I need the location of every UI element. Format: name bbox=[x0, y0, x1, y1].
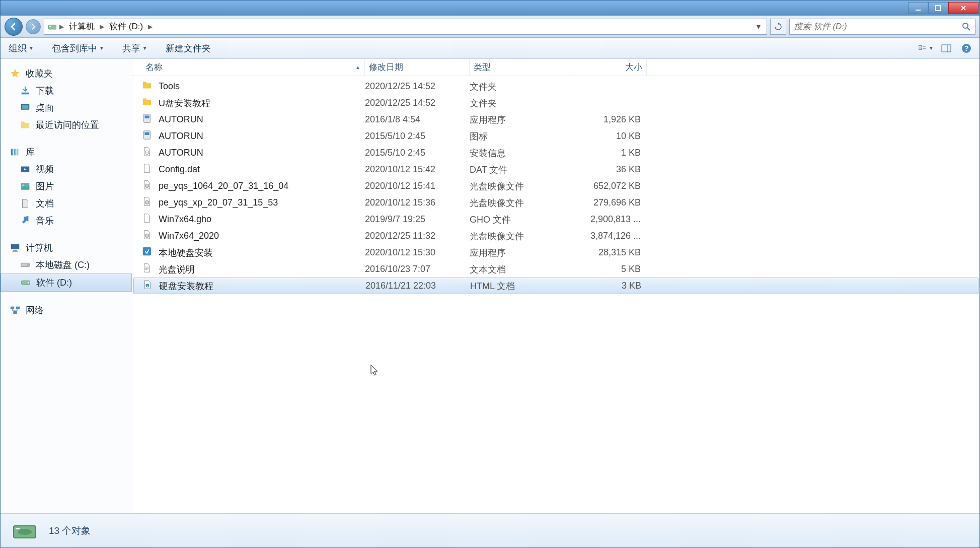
column-headers: 名称▲ 修改日期 类型 大小 bbox=[132, 59, 979, 76]
sidebar-recent[interactable]: 最近访问的位置 bbox=[1, 116, 132, 133]
svg-rect-52 bbox=[16, 528, 20, 529]
sidebar-label: 库 bbox=[26, 146, 35, 158]
share-button[interactable]: 共享▼ bbox=[119, 40, 150, 56]
file-name: pe_yqs_1064_20_07_31_16_04 bbox=[159, 181, 288, 191]
sidebar-label: 音乐 bbox=[36, 215, 54, 227]
file-icon bbox=[141, 179, 153, 193]
file-row[interactable]: 光盘说明2016/10/23 7:07文本文档5 KB bbox=[132, 261, 979, 278]
column-type[interactable]: 类型 bbox=[470, 59, 574, 76]
new-folder-button[interactable]: 新建文件夹 bbox=[163, 40, 214, 56]
breadcrumb-computer[interactable]: 计算机 bbox=[66, 20, 98, 33]
maximize-button[interactable] bbox=[928, 2, 948, 14]
file-date: 2016/10/23 7:07 bbox=[365, 264, 470, 275]
file-icon: e bbox=[142, 279, 153, 293]
sidebar-favorites[interactable]: 收藏夹 bbox=[1, 65, 132, 82]
file-row[interactable]: pe_yqs_1064_20_07_31_16_042020/10/12 15:… bbox=[132, 178, 979, 194]
svg-rect-30 bbox=[11, 307, 14, 310]
file-date: 2020/12/25 11:32 bbox=[365, 231, 470, 241]
svg-rect-16 bbox=[22, 105, 29, 109]
file-row[interactable]: Win7x64.gho2019/9/7 19:25GHO 文件2,900,813… bbox=[132, 211, 979, 228]
column-size[interactable]: 大小 bbox=[574, 59, 647, 76]
search-input[interactable] bbox=[794, 22, 962, 32]
file-row[interactable]: AUTORUN2016/1/8 4:54应用程序1,926 KB bbox=[132, 111, 979, 128]
forward-button[interactable] bbox=[26, 19, 41, 34]
search-box[interactable] bbox=[789, 19, 975, 35]
sort-indicator-icon: ▲ bbox=[355, 64, 360, 70]
address-dropdown[interactable]: ▾ bbox=[753, 22, 764, 31]
file-name: 硬盘安装教程 bbox=[159, 280, 213, 292]
svg-point-22 bbox=[23, 184, 25, 186]
organize-button[interactable]: 组织▼ bbox=[6, 40, 37, 56]
sidebar-desktop[interactable]: 桌面 bbox=[1, 99, 132, 116]
svg-point-51 bbox=[18, 529, 32, 535]
sidebar-drive-d[interactable]: 软件 (D:) bbox=[1, 273, 132, 292]
sidebar-documents[interactable]: 文档 bbox=[1, 195, 132, 212]
file-size: 28,315 KB bbox=[574, 247, 647, 258]
svg-text:e: e bbox=[146, 285, 148, 288]
file-row[interactable]: AUTORUN2015/5/10 2:45安装信息1 KB bbox=[132, 145, 979, 161]
view-options-button[interactable]: ▼ bbox=[918, 41, 934, 55]
file-row[interactable]: U盘安装教程2020/12/25 14:52文件夹 bbox=[132, 95, 979, 111]
back-button[interactable] bbox=[5, 18, 23, 36]
status-bar: 13 个对象 bbox=[1, 513, 979, 547]
file-date: 2019/9/7 19:25 bbox=[365, 214, 470, 225]
include-library-button[interactable]: 包含到库中▼ bbox=[49, 40, 107, 56]
svg-rect-2 bbox=[49, 25, 56, 29]
sidebar-network[interactable]: 网络 bbox=[1, 302, 132, 319]
file-type: DAT 文件 bbox=[470, 164, 574, 176]
svg-rect-14 bbox=[22, 93, 29, 95]
file-list[interactable]: Tools2020/12/25 14:52文件夹U盘安装教程2020/12/25… bbox=[132, 76, 979, 513]
file-size: 2,900,813 ... bbox=[574, 214, 647, 225]
separator-icon: ▶ bbox=[148, 23, 153, 30]
drive-icon bbox=[47, 22, 57, 32]
sidebar-pictures[interactable]: 图片 bbox=[1, 178, 132, 195]
file-row[interactable]: AUTORUN2015/5/10 2:45图标10 KB bbox=[132, 128, 979, 145]
file-row[interactable]: e硬盘安装教程2016/11/21 22:03HTML 文档3 KB bbox=[133, 278, 978, 294]
file-name: Win7x64.gho bbox=[159, 214, 211, 225]
sidebar-libraries[interactable]: 库 bbox=[1, 144, 132, 161]
sidebar-computer[interactable]: 计算机 bbox=[1, 239, 132, 256]
minimize-button[interactable] bbox=[908, 2, 928, 14]
svg-rect-19 bbox=[17, 149, 19, 156]
file-row[interactable]: Tools2020/12/25 14:52文件夹 bbox=[132, 78, 979, 95]
drive-icon bbox=[20, 259, 31, 270]
separator-icon: ▶ bbox=[100, 23, 104, 30]
svg-line-5 bbox=[967, 28, 970, 30]
svg-rect-18 bbox=[14, 149, 16, 156]
address-bar[interactable]: ▶ 计算机 ▶ 软件 (D:) ▶ ▾ bbox=[44, 19, 767, 35]
drive-icon bbox=[11, 517, 39, 545]
svg-rect-17 bbox=[11, 149, 13, 156]
file-date: 2016/1/8 4:54 bbox=[365, 114, 470, 125]
sidebar-local-c[interactable]: 本地磁盘 (C:) bbox=[1, 256, 132, 273]
help-button[interactable]: ? bbox=[958, 41, 974, 55]
status-text: 13 个对象 bbox=[49, 524, 91, 537]
sidebar-music[interactable]: 音乐 bbox=[1, 212, 132, 229]
close-button[interactable] bbox=[948, 2, 978, 14]
content-area: 收藏夹 下载 桌面 最近访问的位置 库 bbox=[1, 59, 979, 513]
file-icon bbox=[141, 262, 153, 276]
file-date: 2020/10/12 15:30 bbox=[365, 247, 470, 258]
sidebar-label: 本地磁盘 (C:) bbox=[36, 259, 90, 271]
file-size: 1 KB bbox=[574, 148, 647, 158]
breadcrumb-drive[interactable]: 软件 (D:) bbox=[106, 20, 146, 33]
refresh-button[interactable] bbox=[770, 19, 786, 35]
svg-rect-34 bbox=[144, 116, 149, 119]
file-icon bbox=[141, 163, 153, 176]
file-icon bbox=[141, 80, 153, 93]
file-name: 本地硬盘安装 bbox=[159, 247, 213, 259]
picture-icon bbox=[20, 181, 31, 192]
sidebar-videos[interactable]: 视频 bbox=[1, 161, 132, 178]
file-row[interactable]: Config.dat2020/10/12 15:42DAT 文件36 KB bbox=[132, 161, 979, 178]
column-date[interactable]: 修改日期 bbox=[365, 59, 470, 76]
file-row[interactable]: 本地硬盘安装2020/10/12 15:30应用程序28,315 KB bbox=[132, 244, 979, 261]
file-type: 应用程序 bbox=[470, 247, 574, 259]
file-row[interactable]: pe_yqs_xp_20_07_31_15_532020/10/12 15:36… bbox=[132, 194, 979, 211]
file-type: 文本文档 bbox=[470, 263, 574, 276]
sidebar-downloads[interactable]: 下载 bbox=[1, 82, 132, 99]
svg-point-4 bbox=[963, 23, 968, 28]
file-row[interactable]: Win7x64_20202020/12/25 11:32光盘映像文件3,874,… bbox=[132, 228, 979, 244]
file-type: 安装信息 bbox=[470, 147, 574, 159]
preview-pane-button[interactable] bbox=[938, 41, 954, 55]
column-name[interactable]: 名称▲ bbox=[141, 59, 365, 76]
file-list-area: 名称▲ 修改日期 类型 大小 Tools2020/12/25 14:52文件夹U… bbox=[132, 59, 979, 513]
